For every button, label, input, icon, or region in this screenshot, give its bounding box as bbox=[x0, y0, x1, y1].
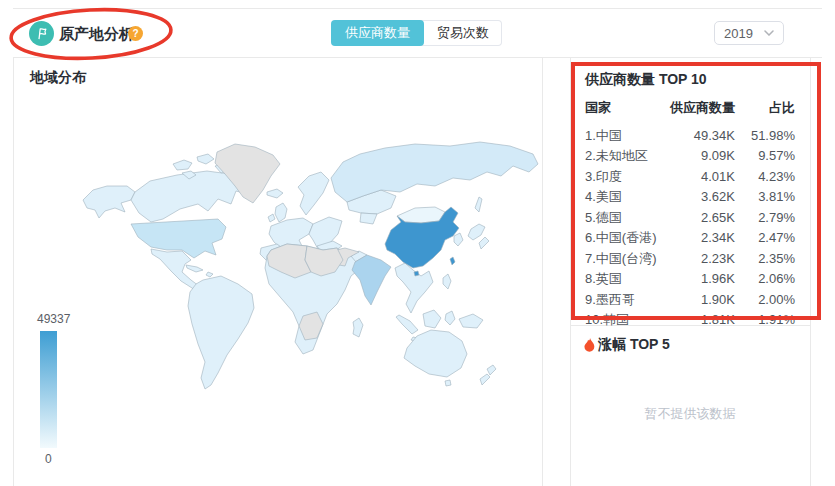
cell-share: 1.91% bbox=[735, 310, 795, 331]
cell-country: 7.中国(台湾) bbox=[585, 249, 663, 270]
cell-share: 2.79% bbox=[735, 208, 795, 229]
legend-min-label: 0 bbox=[45, 452, 52, 466]
map-title: 地域分布 bbox=[30, 69, 86, 87]
cell-share: 2.35% bbox=[735, 249, 795, 270]
year-select[interactable]: 2019 bbox=[714, 21, 784, 45]
analysis-section-icon bbox=[29, 21, 54, 46]
divider-header bbox=[13, 57, 822, 58]
flag-icon bbox=[34, 26, 49, 41]
table-row: 3.印度 4.01K 4.23% bbox=[585, 167, 795, 188]
tab-supplier-count[interactable]: 供应商数量 bbox=[331, 20, 424, 46]
cell-country: 3.印度 bbox=[585, 167, 663, 188]
cell-country: 6.中国(香港) bbox=[585, 228, 663, 249]
cell-share: 9.57% bbox=[735, 146, 795, 167]
cell-value: 4.01K bbox=[663, 167, 735, 188]
cell-share: 2.06% bbox=[735, 269, 795, 290]
top10-col-value: 供应商数量 bbox=[663, 98, 735, 119]
tab-trade-count[interactable]: 贸易次数 bbox=[421, 20, 502, 46]
divider-top bbox=[13, 8, 822, 9]
top10-col-country: 国家 bbox=[585, 98, 663, 119]
table-row: 9.墨西哥 1.90K 2.00% bbox=[585, 290, 795, 311]
table-row: 4.美国 3.62K 3.81% bbox=[585, 187, 795, 208]
flame-icon bbox=[583, 338, 596, 353]
cell-country: 10.韩国 bbox=[585, 310, 663, 331]
cell-share: 2.47% bbox=[735, 228, 795, 249]
empty-data-text: 暂不提供该数据 bbox=[570, 405, 810, 423]
legend-max-label: 49337 bbox=[37, 312, 70, 326]
growth-title-text: 涨幅 TOP 5 bbox=[598, 336, 670, 354]
cell-country: 8.英国 bbox=[585, 269, 663, 290]
table-row: 6.中国(香港) 2.34K 2.47% bbox=[585, 228, 795, 249]
table-row: 8.英国 1.96K 2.06% bbox=[585, 269, 795, 290]
year-select-value: 2019 bbox=[724, 26, 753, 41]
cell-value: 9.09K bbox=[663, 146, 735, 167]
top10-col-share: 占比 bbox=[735, 98, 795, 119]
cell-country: 9.墨西哥 bbox=[585, 290, 663, 311]
chevron-down-icon bbox=[764, 30, 774, 36]
map-card-left-border bbox=[13, 57, 14, 486]
map-country-india bbox=[352, 255, 391, 305]
map-country-russia bbox=[331, 142, 538, 202]
cell-value: 1.81K bbox=[663, 310, 735, 331]
cell-value: 1.90K bbox=[663, 290, 735, 311]
cell-share: 51.98% bbox=[735, 126, 795, 147]
cell-country: 5.德国 bbox=[585, 208, 663, 229]
map-country-mongolia bbox=[397, 207, 445, 223]
table-row: 2.未知地区 9.09K 9.57% bbox=[585, 146, 795, 167]
table-row: 10.韩国 1.81K 1.91% bbox=[585, 310, 795, 331]
cell-share: 2.00% bbox=[735, 290, 795, 311]
cell-share: 3.81% bbox=[735, 187, 795, 208]
table-row: 7.中国(台湾) 2.23K 2.35% bbox=[585, 249, 795, 270]
top10-title: 供应商数量 TOP 10 bbox=[585, 71, 707, 89]
growth-title: 涨幅 TOP 5 bbox=[583, 336, 670, 354]
cell-value: 49.34K bbox=[663, 126, 735, 147]
cell-country: 4.美国 bbox=[585, 187, 663, 208]
cell-value: 2.23K bbox=[663, 249, 735, 270]
cell-value: 2.34K bbox=[663, 228, 735, 249]
help-icon[interactable]: ? bbox=[128, 26, 143, 41]
top10-table: 国家 供应商数量 占比 1.中国 49.34K 51.98% 2.未知地区 9.… bbox=[585, 98, 795, 331]
cell-country: 2.未知地区 bbox=[585, 146, 663, 167]
map-card-right-border bbox=[542, 57, 543, 486]
right-card-right-border bbox=[810, 57, 811, 486]
legend-gradient-bar bbox=[40, 331, 57, 452]
cell-value: 3.62K bbox=[663, 187, 735, 208]
cell-share: 4.23% bbox=[735, 167, 795, 188]
table-row: 1.中国 49.34K 51.98% bbox=[585, 126, 795, 147]
table-row: 5.德国 2.65K 2.79% bbox=[585, 208, 795, 229]
world-map[interactable] bbox=[55, 100, 540, 433]
table-header-row: 国家 供应商数量 占比 bbox=[585, 98, 795, 119]
cell-value: 2.65K bbox=[663, 208, 735, 229]
metric-tabs: 供应商数量 贸易次数 bbox=[331, 20, 502, 46]
cell-country: 1.中国 bbox=[585, 126, 663, 147]
page-title: 原产地分析 bbox=[59, 25, 134, 44]
cell-value: 1.96K bbox=[663, 269, 735, 290]
